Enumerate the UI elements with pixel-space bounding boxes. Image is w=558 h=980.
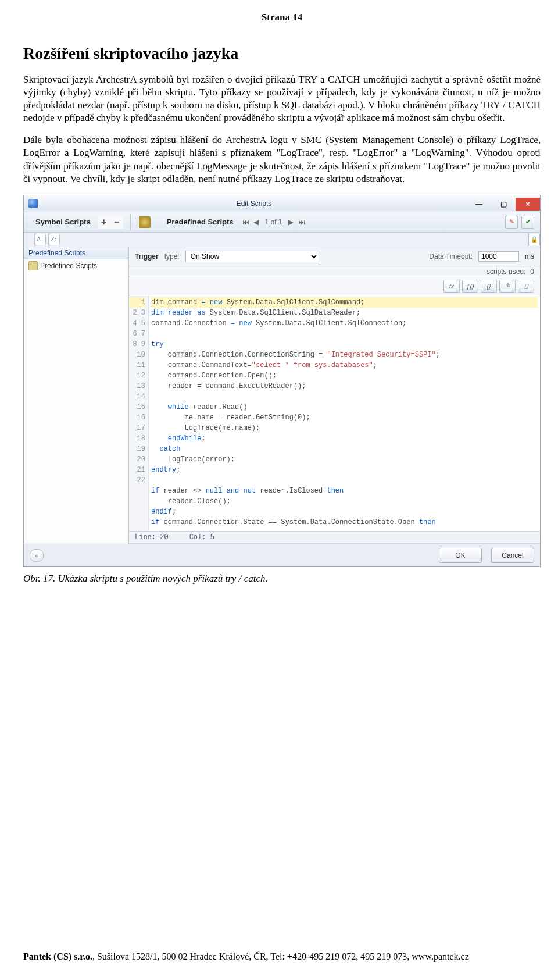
scripts-used-label: scripts used: bbox=[487, 268, 525, 276]
app-icon bbox=[28, 199, 38, 208]
status-row: Line: 20 Col: 5 bbox=[129, 532, 540, 544]
figure-caption: Obr. 17. Ukázka skriptu s použitím novýc… bbox=[23, 573, 541, 585]
script-tree-icon bbox=[28, 261, 38, 270]
nav-next-button[interactable]: ▶ bbox=[286, 217, 296, 227]
add-script-button[interactable]: + bbox=[98, 216, 110, 229]
scripts-used-row: scripts used: 0 bbox=[129, 266, 540, 277]
fx-button-5[interactable]: ⌷ bbox=[518, 280, 534, 293]
fx-button-3[interactable]: {} bbox=[481, 280, 497, 293]
symbol-scripts-label: Symbol Scripts bbox=[24, 218, 98, 226]
trigger-label: Trigger bbox=[135, 252, 159, 261]
footer-row: « OK Cancel bbox=[24, 544, 540, 566]
footer-text: , Sušilova 1528/1, 500 02 Hradec Králové… bbox=[92, 952, 469, 961]
section-heading: Rozšíření skriptovacího jazyka bbox=[23, 44, 541, 63]
data-timeout-label: Data Timeout: bbox=[429, 252, 473, 261]
status-line-value: 20 bbox=[160, 533, 168, 541]
code-area[interactable]: dim command = new System.Data.SqlClient.… bbox=[149, 295, 540, 531]
trigger-type-label: type: bbox=[164, 252, 180, 261]
minimize-button[interactable]: — bbox=[467, 198, 491, 211]
toolbar-separator bbox=[130, 214, 131, 230]
ok-button[interactable]: OK bbox=[439, 548, 482, 563]
body-paragraph-2: Dále byla obohacena možnost zápisu hláše… bbox=[23, 134, 541, 185]
window-title: Edit Scripts bbox=[41, 199, 467, 208]
line-gutter: 1 2 3 4 5 6 7 8 9 10 11 12 13 14 15 16 1… bbox=[129, 295, 149, 531]
footer-company: Pantek (CS) s.r.o. bbox=[23, 952, 92, 961]
fx-button-4[interactable]: ✎ bbox=[499, 280, 516, 293]
accept-button[interactable]: ✔ bbox=[521, 216, 534, 229]
lock-toggle[interactable]: 🔒 bbox=[528, 234, 540, 245]
trigger-row: Trigger type: On Show Data Timeout: ms bbox=[129, 247, 540, 266]
nav-last-button[interactable]: ⏭ bbox=[296, 217, 307, 227]
data-timeout-input[interactable] bbox=[478, 251, 519, 262]
collapse-button[interactable]: « bbox=[30, 549, 44, 562]
editor-split: Predefined Scripts Predefined Scripts Tr… bbox=[24, 247, 540, 544]
tree-header: Predefined Scripts bbox=[24, 247, 128, 259]
code-editor[interactable]: 1 2 3 4 5 6 7 8 9 10 11 12 13 14 15 16 1… bbox=[129, 295, 540, 532]
nav-first-button[interactable]: ⏮ bbox=[241, 217, 251, 227]
body-paragraph-1: Skriptovací jazyk ArchestrA symbolů byl … bbox=[23, 73, 541, 124]
tree-item-label: Predefined Scripts bbox=[40, 262, 97, 270]
fx-button-1[interactable]: fx bbox=[443, 280, 460, 293]
cancel-button[interactable]: Cancel bbox=[491, 548, 534, 563]
page-number-header: Strana 14 bbox=[23, 12, 541, 23]
status-col-label: Col: bbox=[189, 533, 206, 541]
main-toolbar: Symbol Scripts + − Predefined Scripts ⏮ … bbox=[24, 212, 540, 233]
sort-desc-button[interactable]: Z↑ bbox=[48, 234, 60, 245]
window-titlebar[interactable]: Edit Scripts — ▢ × bbox=[24, 195, 540, 212]
page-footer: Pantek (CS) s.r.o., Sušilova 1528/1, 500… bbox=[23, 952, 541, 962]
status-line-label: Line: bbox=[135, 533, 156, 541]
nav-position-text: 1 of 1 bbox=[262, 218, 286, 226]
editor-pane: Trigger type: On Show Data Timeout: ms s… bbox=[129, 247, 540, 544]
scripts-used-value: 0 bbox=[530, 268, 534, 276]
script-icon bbox=[139, 216, 151, 228]
trigger-type-select[interactable]: On Show bbox=[185, 251, 319, 262]
fx-toolbar: fx ƒ() {} ✎ ⌷ bbox=[129, 277, 540, 295]
sort-toolbar: A↓ Z↑ 🔒 bbox=[24, 233, 540, 247]
ms-label: ms bbox=[525, 252, 534, 261]
predefined-scripts-label: Predefined Scripts bbox=[155, 218, 241, 226]
tree-pane: Predefined Scripts Predefined Scripts bbox=[24, 247, 129, 544]
validate-button[interactable]: ✎ bbox=[505, 216, 518, 229]
edit-scripts-window: Edit Scripts — ▢ × Symbol Scripts + − Pr… bbox=[23, 195, 541, 567]
status-col-value: 5 bbox=[210, 533, 214, 541]
sort-asc-button[interactable]: A↓ bbox=[34, 234, 46, 245]
maximize-button[interactable]: ▢ bbox=[491, 198, 516, 211]
close-button[interactable]: × bbox=[516, 198, 540, 211]
nav-prev-button[interactable]: ◀ bbox=[251, 217, 262, 227]
fx-button-2[interactable]: ƒ() bbox=[462, 280, 478, 293]
remove-script-button[interactable]: − bbox=[110, 216, 123, 229]
tree-item-predefined[interactable]: Predefined Scripts bbox=[24, 259, 128, 272]
